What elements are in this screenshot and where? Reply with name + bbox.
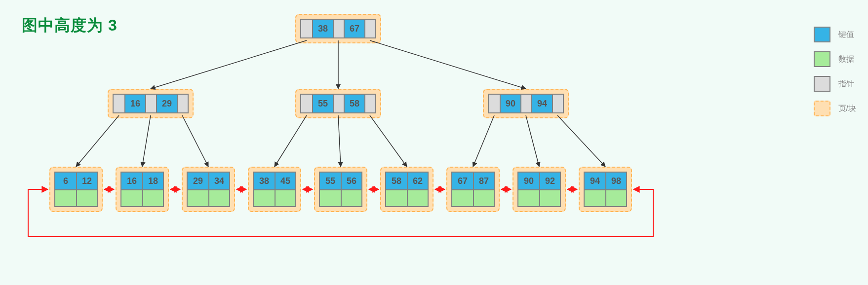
key-cell: 58 bbox=[386, 173, 407, 189]
key-cell: 29 bbox=[156, 95, 177, 112]
key-cell: 12 bbox=[76, 173, 97, 189]
legend-item: 指针 bbox=[814, 76, 856, 92]
legend-label: 数据 bbox=[838, 54, 854, 65]
leaf-node: 9092 bbox=[513, 167, 566, 212]
legend-swatch-page bbox=[814, 101, 830, 116]
leaf-node: 5862 bbox=[380, 167, 434, 212]
svg-line-10 bbox=[526, 115, 539, 167]
legend-item: 键值 bbox=[814, 27, 856, 42]
data-cell bbox=[518, 189, 539, 206]
pointer-cell bbox=[520, 95, 531, 112]
data-cell bbox=[254, 189, 275, 206]
key-cell: 16 bbox=[121, 173, 142, 189]
pointer-cell bbox=[364, 20, 375, 37]
key-cell: 55 bbox=[312, 95, 333, 112]
data-cell bbox=[142, 189, 163, 206]
legend-item: 数据 bbox=[814, 51, 856, 67]
svg-line-5 bbox=[182, 115, 208, 167]
legend-label: 键值 bbox=[838, 30, 854, 40]
legend-swatch-data bbox=[814, 51, 830, 67]
diagram-title: 图中高度为 3 bbox=[22, 15, 118, 36]
key-cell: 67 bbox=[344, 20, 364, 37]
svg-line-8 bbox=[370, 115, 407, 167]
data-cell bbox=[55, 189, 76, 206]
data-cell bbox=[121, 189, 142, 206]
edge-overlay bbox=[0, 0, 868, 285]
data-cell bbox=[275, 189, 295, 206]
root-node: 38 67 bbox=[295, 14, 381, 43]
pointer-cell bbox=[301, 95, 312, 112]
data-cell bbox=[208, 189, 229, 206]
key-cell: 56 bbox=[341, 173, 361, 189]
data-cell bbox=[539, 189, 560, 206]
data-cell bbox=[605, 189, 626, 206]
key-cell: 34 bbox=[208, 173, 229, 189]
key-cell: 94 bbox=[531, 95, 552, 112]
svg-line-4 bbox=[142, 115, 151, 167]
svg-line-3 bbox=[76, 115, 119, 167]
key-cell: 94 bbox=[585, 173, 605, 189]
leaf-node: 1618 bbox=[116, 167, 169, 212]
pointer-cell bbox=[114, 95, 124, 112]
key-cell: 90 bbox=[518, 173, 539, 189]
pointer-cell bbox=[333, 95, 344, 112]
leaf-node: 612 bbox=[49, 167, 103, 212]
key-cell: 67 bbox=[452, 173, 473, 189]
key-cell: 92 bbox=[539, 173, 560, 189]
key-cell: 62 bbox=[407, 173, 428, 189]
internal-node: 16 29 bbox=[108, 89, 194, 118]
key-cell: 18 bbox=[142, 173, 163, 189]
leaf-node: 2934 bbox=[182, 167, 235, 212]
leaf-node: 6787 bbox=[446, 167, 500, 212]
key-cell: 38 bbox=[254, 173, 275, 189]
data-cell bbox=[585, 189, 605, 206]
key-cell: 38 bbox=[312, 20, 333, 37]
key-cell: 45 bbox=[275, 173, 295, 189]
key-cell: 87 bbox=[473, 173, 494, 189]
svg-line-11 bbox=[557, 115, 605, 167]
data-cell bbox=[473, 189, 494, 206]
internal-node: 90 94 bbox=[483, 89, 569, 118]
svg-line-0 bbox=[151, 40, 307, 89]
data-cell bbox=[452, 189, 473, 206]
data-cell bbox=[188, 189, 208, 206]
key-cell: 55 bbox=[320, 173, 341, 189]
key-cell: 29 bbox=[188, 173, 208, 189]
svg-line-7 bbox=[338, 115, 341, 167]
data-cell bbox=[386, 189, 407, 206]
svg-line-6 bbox=[275, 115, 307, 167]
pointer-cell bbox=[364, 95, 375, 112]
legend: 键值 数据 指针 页/块 bbox=[814, 27, 856, 125]
pointer-cell bbox=[552, 95, 563, 112]
leaf-node: 5556 bbox=[314, 167, 367, 212]
data-cell bbox=[407, 189, 428, 206]
internal-node: 55 58 bbox=[295, 89, 381, 118]
key-cell: 90 bbox=[500, 95, 520, 112]
diagram-canvas: 图中高度为 3 38 67 16 29 55 58 bbox=[0, 0, 868, 285]
pointer-cell bbox=[301, 20, 312, 37]
svg-line-2 bbox=[370, 40, 526, 89]
pointer-cell bbox=[489, 95, 500, 112]
pointer-cell bbox=[145, 95, 156, 112]
key-cell: 98 bbox=[605, 173, 626, 189]
legend-label: 页/块 bbox=[838, 104, 856, 114]
pointer-cell bbox=[177, 95, 188, 112]
leaf-node: 3845 bbox=[248, 167, 301, 212]
leaf-node: 9498 bbox=[579, 167, 632, 212]
data-cell bbox=[341, 189, 361, 206]
pointer-cell bbox=[333, 20, 344, 37]
legend-label: 指针 bbox=[838, 79, 854, 89]
data-cell bbox=[320, 189, 341, 206]
legend-swatch-key bbox=[814, 27, 830, 42]
key-cell: 6 bbox=[55, 173, 76, 189]
legend-item: 页/块 bbox=[814, 101, 856, 116]
data-cell bbox=[76, 189, 97, 206]
legend-swatch-pointer bbox=[814, 76, 830, 92]
key-cell: 58 bbox=[344, 95, 364, 112]
svg-line-9 bbox=[473, 115, 494, 167]
key-cell: 16 bbox=[124, 95, 145, 112]
